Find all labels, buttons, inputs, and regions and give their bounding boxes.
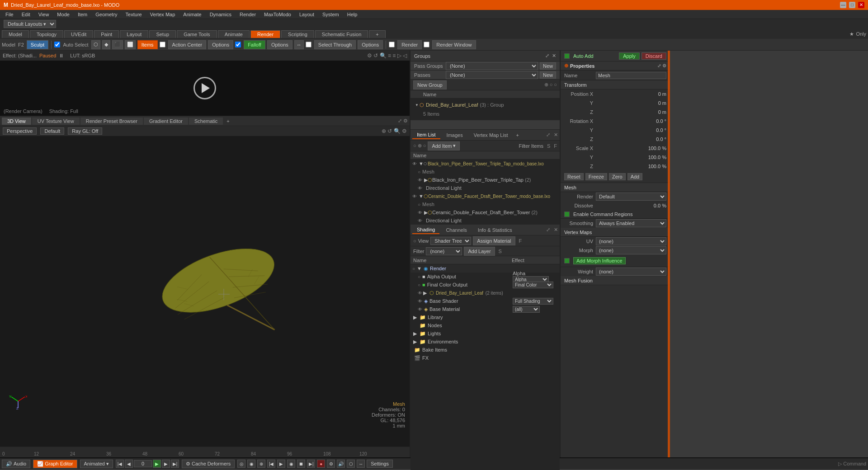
shading-row-library[interactable]: ▶ 📁 Library (410, 313, 560, 321)
animated-btn[interactable]: Animated ▾ (80, 460, 113, 468)
default-btn[interactable]: Default (40, 127, 64, 135)
select-through-button[interactable]: Select Through (314, 40, 356, 49)
sh-eye-bm[interactable]: 👁 (418, 307, 422, 312)
final-effect-select[interactable]: Final Color (513, 282, 553, 288)
shading-row-fx[interactable]: 🎬 FX (410, 354, 560, 362)
pause-icon[interactable]: ⏸ (59, 53, 64, 58)
sh-expand-render[interactable]: ▼ (417, 266, 422, 271)
render-select[interactable]: Default (596, 193, 666, 201)
group-expand-icon[interactable]: ▼ (415, 103, 419, 107)
tab-topology[interactable]: Topology (30, 30, 63, 38)
tab-item-list[interactable]: Item List (412, 131, 440, 139)
pass-groups-select[interactable]: (None) (446, 62, 538, 70)
options2-button[interactable]: Options (267, 40, 292, 49)
shading-eye-icon[interactable]: ○ (413, 238, 416, 244)
bottom-icon-10[interactable]: 🔊 (337, 460, 345, 468)
eye-icon-5[interactable]: ○ (418, 202, 420, 207)
shading-row-lights[interactable]: ▶ 📁 Lights (410, 329, 560, 338)
sh-eye-alpha[interactable]: ○ (418, 274, 420, 279)
assign-material-btn[interactable]: Assign Material (473, 236, 515, 245)
action-center-button[interactable]: Action Center (168, 40, 207, 49)
tab-setup[interactable]: Setup (149, 30, 176, 38)
bottom-icon-11[interactable]: ⬡ (347, 460, 355, 468)
tab-plus[interactable]: + (369, 30, 385, 38)
menu-maxtomodo[interactable]: MaxToModo (260, 11, 295, 18)
item-row-1[interactable]: ○ Mesh (410, 168, 560, 176)
vp-tab-uv[interactable]: UV Texture View (32, 118, 80, 125)
menu-dynamics[interactable]: Dynamics (206, 11, 235, 18)
name-input[interactable] (596, 72, 666, 79)
close-panel-icon[interactable]: ✕ (552, 53, 556, 59)
raygl-btn[interactable]: Ray GL: Off (68, 127, 102, 135)
pass-groups-new-btn[interactable]: New (540, 62, 556, 70)
zero-btn[interactable]: Zero (609, 173, 626, 180)
graph-editor-btn[interactable]: 📈 Graph Editor (33, 460, 77, 468)
expand-icon[interactable]: ⤢ (545, 53, 549, 59)
animated-dropdown[interactable]: ▾ (106, 461, 109, 467)
record-btn[interactable]: ● (317, 460, 325, 468)
render-checkbox[interactable] (389, 42, 395, 47)
menu-render[interactable]: Render (236, 11, 259, 18)
auto-select-checkbox[interactable] (54, 42, 60, 47)
expand-icon2[interactable]: ⤢ (546, 132, 550, 138)
tab-paint[interactable]: Paint (94, 30, 119, 38)
item-row-2[interactable]: 👁 ▶ ⬡ Black_Iron_Pipe_Beer_Tower_Triple_… (410, 176, 560, 184)
add-morph-btn[interactable]: Add Morph Influence (573, 257, 626, 264)
bottom-icon-1[interactable]: ◎ (237, 460, 245, 468)
tab-schematic-fusion[interactable]: Schematic Fusion (315, 30, 368, 38)
options-button[interactable]: Options (208, 40, 233, 49)
apply-btn[interactable]: Apply (619, 52, 640, 60)
bottom-icon-8[interactable]: ▶| (307, 460, 315, 468)
prev-key-btn[interactable]: |◀ (116, 460, 124, 468)
add-item-btn[interactable]: Add Item ▾ (428, 141, 460, 150)
tab-model[interactable]: Model (2, 30, 29, 38)
sh-expand-leaf[interactable]: ▶ (423, 290, 427, 296)
viewport[interactable]: Perspective Default Ray GL: Off ⊕ ↺ 🔍 ⚙ (0, 126, 410, 446)
menu-edit[interactable]: Edit (18, 11, 34, 18)
tab-uvedit[interactable]: UVEdit (64, 30, 93, 38)
next-frame-btn[interactable]: ▶ (162, 460, 170, 468)
settings-btn[interactable]: Settings (367, 460, 393, 468)
item-row-6[interactable]: 👁 ▶ ⬡ Ceramic_Double_Faucet_Draft_Beer_T… (410, 208, 560, 216)
bs-effect-select[interactable]: Full Shading (513, 298, 553, 305)
discard-btn[interactable]: Discard (642, 52, 666, 60)
shading-row-alpha[interactable]: ○ ■ Alpha Output Alpha Alpha (410, 273, 560, 281)
expand-icon3[interactable]: ⤢ (546, 227, 550, 233)
menu-layout[interactable]: Layout (296, 11, 318, 18)
bottom-icon-4[interactable]: |◀ (267, 460, 275, 468)
vp-tab-3d[interactable]: 3D View (2, 118, 31, 125)
action-center-checkbox[interactable] (160, 42, 165, 47)
eye-icon-7[interactable]: 👁 (418, 218, 422, 223)
sh-eye-bs[interactable]: 👁 (418, 299, 422, 304)
falloff-checkbox[interactable] (235, 42, 241, 47)
menu-mode[interactable]: Mode (53, 11, 73, 18)
menu-texture[interactable]: Texture (122, 11, 146, 18)
expand-icon-4[interactable]: ▼ (419, 193, 424, 199)
close-button[interactable]: ✕ (858, 2, 864, 8)
bottom-icon-7[interactable]: ⏹ (297, 460, 305, 468)
tab-animate[interactable]: Animate (218, 30, 250, 38)
sh-eye-render[interactable]: ○ (412, 266, 415, 271)
bottom-icon-3[interactable]: ⊕ (257, 460, 265, 468)
smoothing-select[interactable]: Always Enabled (596, 219, 666, 227)
edge-mode-btn[interactable]: ⬛ (112, 40, 123, 49)
expand-icon-2[interactable]: ▶ (424, 177, 428, 183)
eye-icon-1[interactable]: ○ (418, 169, 420, 174)
passes-new-btn[interactable]: New (540, 71, 556, 79)
reset-btn[interactable]: Reset (564, 173, 584, 180)
sh-eye-leaf[interactable]: 👁 (418, 291, 422, 296)
select-through-checkbox[interactable] (306, 42, 311, 47)
tab-channels[interactable]: Channels (441, 226, 471, 234)
sh-eye-final[interactable]: ○ (418, 282, 420, 287)
vp-tab-gradient[interactable]: Gradient Editor (144, 118, 188, 125)
shading-row-finalcolor[interactable]: ○ ■ Final Color Output Final Color (410, 281, 560, 289)
new-group-btn[interactable]: New Group (413, 80, 447, 89)
falloff-button[interactable]: Falloff (244, 40, 265, 49)
item-row-0[interactable]: 👁 ▼ ⬡ Black_Iron_Pipe_Beer_Tower_Triple_… (410, 160, 560, 168)
vp-tab-render-preset[interactable]: Render Preset Browser (80, 118, 143, 125)
tab-shading[interactable]: Shading (412, 226, 439, 234)
shading-row-baseshader[interactable]: 👁 ◈ Base Shader Full Shading (410, 297, 560, 305)
select-through-icon[interactable]: ↔ (294, 40, 304, 49)
uv-select[interactable]: (none) (596, 237, 666, 245)
menu-vertex-map[interactable]: Vertex Map (146, 11, 179, 18)
